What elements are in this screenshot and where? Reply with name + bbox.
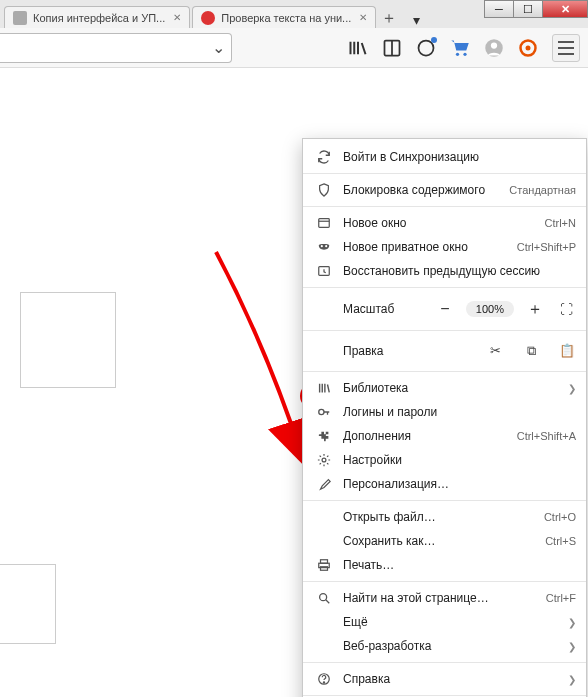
menu-item-more[interactable]: Ещё ❯ (303, 610, 586, 634)
zoom-in-button[interactable]: ＋ (524, 298, 546, 320)
maximize-button[interactable]: ☐ (513, 0, 543, 18)
favicon-icon (201, 11, 215, 25)
cut-button[interactable]: ✂ (486, 343, 504, 359)
menu-label: Дополнения (343, 429, 509, 443)
tab-1[interactable]: Копия интерфейса и УП... ✕ (4, 6, 190, 28)
chevron-right-icon: ❯ (568, 641, 576, 652)
menu-item-logins[interactable]: Логины и пароли (303, 400, 586, 424)
tab-list-button[interactable]: ▾ (408, 12, 424, 28)
menu-item-settings[interactable]: Настройки (303, 448, 586, 472)
svg-point-2 (456, 52, 459, 55)
menu-item-content-blocking[interactable]: Блокировка содержимого Стандартная (303, 178, 586, 202)
menu-item-new-window[interactable]: Новое окно Ctrl+N (303, 211, 586, 235)
menu-label: Войти в Синхронизацию (343, 150, 576, 164)
cart-icon[interactable] (450, 38, 470, 58)
menu-item-edit: Правка ✂ ⧉ 📋 (303, 335, 586, 367)
orange-circle-icon[interactable] (518, 38, 538, 58)
separator (303, 206, 586, 207)
tab-title: Копия интерфейса и УП... (33, 12, 165, 24)
minimize-button[interactable]: ─ (484, 0, 514, 18)
svg-point-7 (526, 45, 531, 50)
separator (303, 287, 586, 288)
shortcut: Ctrl+F (546, 592, 576, 604)
menu-hint: Стандартная (509, 184, 576, 196)
profile-icon[interactable] (484, 38, 504, 58)
svg-point-9 (321, 245, 323, 247)
shortcut: Ctrl+O (544, 511, 576, 523)
toolbar: ⌄ (0, 28, 588, 68)
window-controls: ─ ☐ ✕ (485, 0, 588, 18)
svg-point-5 (491, 42, 497, 48)
sync-icon (315, 150, 333, 164)
menu-label: Сохранить как… (343, 534, 537, 548)
hamburger-menu-button[interactable] (552, 34, 580, 62)
search-icon (315, 591, 333, 605)
chevron-down-icon[interactable]: ⌄ (212, 38, 225, 57)
close-button[interactable]: ✕ (542, 0, 588, 18)
menu-item-library[interactable]: Библиотека ❯ (303, 376, 586, 400)
new-tab-button[interactable]: ＋ (378, 8, 400, 28)
menu-label: Персонализация… (343, 477, 576, 491)
svg-point-13 (322, 458, 326, 462)
tab-close-icon[interactable]: ✕ (173, 12, 181, 23)
separator (303, 500, 586, 501)
favicon-icon (13, 11, 27, 25)
menu-item-restore-session[interactable]: Восстановить предыдущую сессию (303, 259, 586, 283)
separator (303, 695, 586, 696)
puzzle-icon (315, 429, 333, 443)
menu-item-new-private-window[interactable]: Новое приватное окно Ctrl+Shift+P (303, 235, 586, 259)
menu-item-save-as[interactable]: Сохранить как… Ctrl+S (303, 529, 586, 553)
shortcut: Ctrl+S (545, 535, 576, 547)
svg-point-12 (319, 409, 324, 414)
toolbar-icons (348, 34, 588, 62)
shortcut: Ctrl+Shift+A (517, 430, 576, 442)
account-icon[interactable] (416, 38, 436, 58)
help-icon (315, 672, 333, 686)
zoom-out-button[interactable]: − (434, 298, 456, 320)
gear-icon (315, 453, 333, 467)
menu-item-sync[interactable]: Войти в Синхронизацию (303, 145, 586, 169)
fullscreen-button[interactable]: ⛶ (556, 302, 576, 317)
menu-label: Ещё (343, 615, 560, 629)
app-menu: Войти в Синхронизацию Блокировка содержи… (302, 138, 587, 697)
chevron-right-icon: ❯ (568, 383, 576, 394)
separator (303, 371, 586, 372)
tab-title: Проверка текста на уни... (221, 12, 351, 24)
window-icon (315, 216, 333, 230)
reader-view-icon[interactable] (382, 38, 402, 58)
menu-label: Открыть файл… (343, 510, 536, 524)
menu-item-personalize[interactable]: Персонализация… (303, 472, 586, 496)
url-bar[interactable]: ⌄ (0, 33, 232, 63)
menu-item-print[interactable]: Печать… (303, 553, 586, 577)
thumbnail-placeholder (0, 564, 56, 644)
svg-point-10 (325, 245, 327, 247)
menu-label: Новое приватное окно (343, 240, 509, 254)
menu-item-web-developer[interactable]: Веб-разработка ❯ (303, 634, 586, 658)
menu-item-find[interactable]: Найти на этой странице… Ctrl+F (303, 586, 586, 610)
menu-item-help[interactable]: Справка ❯ (303, 667, 586, 691)
svg-point-19 (323, 682, 324, 683)
svg-rect-16 (321, 567, 328, 571)
menu-label: Восстановить предыдущую сессию (343, 264, 576, 278)
menu-label: Правка (343, 344, 486, 358)
tab-close-icon[interactable]: ✕ (359, 12, 367, 23)
copy-button[interactable]: ⧉ (522, 343, 540, 359)
shield-icon (315, 183, 333, 197)
chevron-right-icon: ❯ (568, 617, 576, 628)
svg-point-3 (463, 52, 466, 55)
menu-label: Библиотека (343, 381, 560, 395)
library-icon (315, 381, 333, 395)
menu-label: Новое окно (343, 216, 537, 230)
library-icon[interactable] (348, 38, 368, 58)
print-icon (315, 558, 333, 572)
separator (303, 330, 586, 331)
brush-icon (315, 477, 333, 491)
menu-item-addons[interactable]: Дополнения Ctrl+Shift+A (303, 424, 586, 448)
menu-label: Печать… (343, 558, 576, 572)
separator (303, 581, 586, 582)
menu-item-open-file[interactable]: Открыть файл… Ctrl+O (303, 505, 586, 529)
tab-2[interactable]: Проверка текста на уни... ✕ (192, 6, 376, 28)
shortcut: Ctrl+N (545, 217, 576, 229)
zoom-value[interactable]: 100% (466, 301, 514, 317)
paste-button[interactable]: 📋 (558, 343, 576, 359)
